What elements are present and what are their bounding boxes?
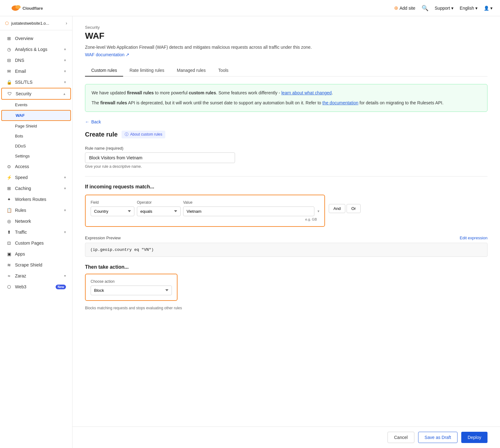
sidebar-item-apps[interactable]: ▣ Apps bbox=[1, 249, 71, 259]
domain-selector[interactable]: ⬡ justatestwebsite1.o... › bbox=[0, 16, 72, 30]
tab-managed-rules[interactable]: Managed rules bbox=[171, 65, 212, 77]
ssl-icon: 🔒 bbox=[6, 80, 12, 85]
cancel-button[interactable]: Cancel bbox=[388, 432, 414, 443]
field-row-labels: Field Operator Value bbox=[91, 200, 319, 205]
banner-text4: . bbox=[332, 90, 333, 95]
sidebar-item-label: DDoS bbox=[15, 144, 26, 148]
sidebar-item-analytics-logs[interactable]: ◷ Analytics & Logs ▾ bbox=[1, 44, 71, 55]
external-link-icon: ↗ bbox=[126, 52, 129, 57]
sidebar-item-label: Bots bbox=[15, 134, 23, 138]
sidebar-item-rules[interactable]: 📋 Rules ▾ bbox=[1, 205, 71, 216]
sidebar-item-email[interactable]: ✉ Email ▾ bbox=[1, 66, 71, 77]
and-button[interactable]: And bbox=[329, 204, 345, 213]
rule-name-input[interactable] bbox=[85, 152, 235, 163]
search-icon[interactable]: 🔍 bbox=[422, 5, 428, 12]
sidebar-item-label: Apps bbox=[15, 251, 66, 256]
chevron-down-icon: ▾ bbox=[64, 80, 66, 84]
back-link[interactable]: ← Back bbox=[85, 119, 488, 124]
network-icon: ◎ bbox=[6, 219, 12, 224]
save-draft-button[interactable]: Save as Draft bbox=[418, 432, 458, 443]
tab-tools[interactable]: Tools bbox=[212, 65, 235, 77]
chevron-down-icon: ▾ bbox=[64, 230, 66, 234]
or-button[interactable]: Or bbox=[347, 204, 360, 213]
sidebar-item-page-shield[interactable]: Page Shield bbox=[1, 121, 71, 131]
value-input[interactable] bbox=[183, 207, 314, 216]
logo[interactable]: Cloudflare bbox=[8, 2, 45, 14]
about-custom-rules-badge[interactable]: ⓘ About custom rules bbox=[122, 131, 166, 138]
sidebar-item-network[interactable]: ◎ Network bbox=[1, 216, 71, 226]
banner-text1: We have updated bbox=[92, 90, 127, 95]
rule-name-hint: Give your rule a descriptive name. bbox=[85, 164, 488, 169]
dns-icon: ⊟ bbox=[6, 58, 12, 63]
plus-icon: ⊕ bbox=[394, 5, 398, 11]
sidebar-item-events[interactable]: Events bbox=[1, 100, 71, 110]
sidebar-item-caching[interactable]: ⊞ Caching ▾ bbox=[1, 183, 71, 194]
sidebar-item-ddos[interactable]: DDoS bbox=[1, 141, 71, 151]
sidebar-item-scrape-shield[interactable]: ≋ Scrape Shield bbox=[1, 260, 71, 270]
domain-label: justatestwebsite1.o... bbox=[11, 21, 49, 26]
user-menu-button[interactable]: 👤 ▾ bbox=[484, 6, 492, 11]
sidebar-item-waf[interactable]: WAF bbox=[1, 110, 71, 121]
expression-header: Expression Preview Edit expression bbox=[85, 236, 488, 240]
banner-bold1: firewall rules bbox=[127, 90, 154, 95]
if-section-title: If incoming requests match... bbox=[85, 184, 488, 190]
sidebar-item-security[interactable]: 🛡 Security ▴ bbox=[1, 88, 71, 100]
edit-expression-link[interactable]: Edit expression bbox=[460, 236, 488, 240]
security-subnav: Events WAF Page Shield Bots DDoS Setting… bbox=[0, 100, 72, 161]
operator-select[interactable]: equals bbox=[137, 207, 181, 216]
banner-text7: for details on migrating to the Rulesets… bbox=[358, 100, 443, 105]
chevron-up-icon: ▴ bbox=[63, 92, 65, 96]
sidebar-item-workers-routes[interactable]: ✦ Workers Routes bbox=[1, 194, 71, 205]
support-button[interactable]: Support ▾ bbox=[435, 6, 453, 11]
sidebar-item-ssl-tls[interactable]: 🔒 SSL/TLS ▾ bbox=[1, 77, 71, 87]
tab-label: Managed rules bbox=[177, 68, 206, 73]
banner-link2[interactable]: the documentation bbox=[322, 100, 358, 105]
language-button[interactable]: English ▾ bbox=[460, 6, 478, 11]
arrow-left-icon: ← bbox=[85, 119, 89, 124]
deploy-button[interactable]: Deploy bbox=[461, 432, 488, 443]
page-title: WAF bbox=[85, 31, 488, 41]
domain-icon: ⬡ bbox=[5, 21, 9, 26]
web3-icon: ⬡ bbox=[6, 284, 12, 289]
sidebar-item-label: Web3 bbox=[15, 284, 52, 289]
sidebar-nav: ⊞ Overview ◷ Analytics & Logs ▾ ⊟ DNS ▾ … bbox=[0, 30, 72, 295]
chevron-right-icon: › bbox=[66, 21, 67, 26]
action-section-title: Then take action... bbox=[85, 264, 488, 270]
sidebar-item-label: WAF bbox=[16, 113, 25, 118]
chevron-down-icon: ▾ bbox=[64, 69, 66, 73]
waf-doc-link[interactable]: WAF documentation ↗ bbox=[85, 52, 129, 57]
sidebar-item-label: Traffic bbox=[15, 230, 61, 235]
about-badge-label: About custom rules bbox=[130, 132, 162, 137]
rules-icon: 📋 bbox=[6, 208, 12, 213]
speed-icon: ⚡ bbox=[6, 175, 12, 180]
sidebar-item-dns[interactable]: ⊟ DNS ▾ bbox=[1, 55, 71, 66]
sidebar-item-web3[interactable]: ⬡ Web3 New bbox=[1, 281, 71, 292]
analytics-icon: ◷ bbox=[6, 47, 12, 52]
tab-rate-limiting[interactable]: Rate limiting rules bbox=[123, 65, 170, 77]
sidebar-item-label: DNS bbox=[15, 58, 61, 63]
sidebar-item-bots[interactable]: Bots bbox=[1, 131, 71, 141]
overview-icon: ⊞ bbox=[6, 36, 12, 41]
sidebar-item-label: Overview bbox=[15, 36, 66, 41]
sidebar-item-traffic[interactable]: ⬆ Traffic ▾ bbox=[1, 227, 71, 237]
sidebar-item-label: Scrape Shield bbox=[15, 262, 66, 267]
chevron-down-icon: ▾ bbox=[490, 6, 492, 11]
chevron-down-icon: ▾ bbox=[64, 58, 66, 62]
banner-text5: The bbox=[92, 100, 100, 105]
sidebar-item-label: Access bbox=[15, 164, 66, 169]
action-select[interactable]: Block bbox=[91, 286, 172, 295]
banner-link1[interactable]: learn about what changed bbox=[281, 90, 332, 95]
chevron-down-icon: ▾ bbox=[475, 6, 478, 11]
sidebar-item-overview[interactable]: ⊞ Overview bbox=[1, 33, 71, 44]
value-hint: e.g. GB bbox=[91, 217, 319, 221]
sidebar-item-custom-pages[interactable]: ⊡ Custom Pages bbox=[1, 238, 71, 248]
add-site-button[interactable]: ⊕ Add site bbox=[394, 5, 415, 11]
sidebar-item-zaraz[interactable]: ≈ Zaraz ▾ bbox=[1, 271, 71, 281]
sidebar-item-label: Email bbox=[15, 69, 61, 74]
tab-custom-rules[interactable]: Custom rules bbox=[85, 65, 123, 77]
sidebar-item-access[interactable]: ⊙ Access bbox=[1, 161, 71, 172]
field-select[interactable]: Country bbox=[91, 207, 134, 216]
sidebar-item-security-settings[interactable]: Settings bbox=[1, 151, 71, 161]
sidebar-item-speed[interactable]: ⚡ Speed ▾ bbox=[1, 172, 71, 183]
email-icon: ✉ bbox=[6, 69, 12, 74]
